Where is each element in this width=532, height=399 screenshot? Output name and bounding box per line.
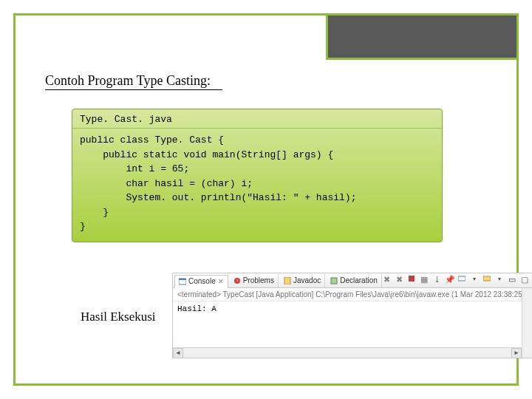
- code-line: }: [80, 221, 86, 232]
- code-line: }: [80, 207, 109, 218]
- scroll-right-icon[interactable]: ►: [511, 348, 522, 358]
- remove-launch-icon[interactable]: ✖: [382, 275, 391, 284]
- scroll-lock-icon[interactable]: ⤓: [432, 275, 441, 284]
- svg-rect-6: [409, 276, 415, 282]
- tab-label: Javadoc: [293, 276, 321, 284]
- code-line: public static void main(String[] args) {: [80, 149, 333, 160]
- minimize-icon[interactable]: ▭: [508, 275, 516, 284]
- code-body: public class Type. Cast { public static …: [72, 129, 442, 242]
- code-block: Type. Cast. java public class Type. Cast…: [72, 109, 443, 242]
- tab-problems[interactable]: ! Problems: [230, 274, 279, 287]
- terminate-icon[interactable]: [407, 275, 416, 284]
- svg-rect-1: [179, 279, 186, 280]
- maximize-icon[interactable]: ▢: [520, 275, 529, 284]
- pin-console-icon[interactable]: 📌: [445, 275, 454, 284]
- declaration-icon: [330, 277, 338, 284]
- scroll-left-icon[interactable]: ◄: [173, 348, 183, 358]
- remove-all-icon[interactable]: ✖: [395, 275, 403, 284]
- code-line: System. out. println("Hasil: " + hasil);: [80, 192, 356, 203]
- clear-console-icon[interactable]: ▦: [420, 275, 429, 284]
- vertical-scrollbar[interactable]: [522, 288, 532, 358]
- tab-javadoc[interactable]: Javadoc: [280, 274, 325, 287]
- tab-label: Declaration: [340, 276, 378, 284]
- slide-title: Contoh Program Type Casting:: [45, 73, 211, 89]
- eclipse-console-panel: Console ✕ ! Problems Javadoc Declaration: [172, 273, 532, 358]
- problems-icon: !: [233, 277, 241, 284]
- open-console-icon[interactable]: [482, 275, 491, 284]
- display-selected-icon[interactable]: [457, 275, 466, 284]
- code-line: int i = 65;: [80, 163, 189, 174]
- console-output: Hasil: A: [173, 301, 532, 343]
- title-underline: [45, 89, 222, 90]
- tab-console[interactable]: Console ✕: [174, 275, 228, 288]
- svg-rect-7: [458, 276, 466, 281]
- code-line: char hasil = (char) i;: [80, 178, 253, 189]
- horizontal-scrollbar[interactable]: ◄ ►: [173, 347, 522, 358]
- code-line: public class Type. Cast {: [80, 134, 224, 146]
- svg-rect-4: [284, 277, 290, 284]
- tab-close-icon[interactable]: ✕: [218, 278, 224, 285]
- tab-label: Console: [188, 277, 216, 285]
- svg-rect-8: [483, 276, 491, 281]
- console-icon: [179, 278, 186, 285]
- code-filename: Type. Cast. java: [72, 109, 442, 129]
- console-toolbar: ✖ ✖ ▦ ⤓ 📌 ▾ ▾ ▭ ▢: [382, 275, 529, 284]
- javadoc-icon: [284, 277, 291, 284]
- tab-declaration[interactable]: Declaration: [327, 274, 382, 287]
- dropdown-icon[interactable]: ▾: [495, 275, 504, 284]
- console-tabbar: Console ✕ ! Problems Javadoc Declaration: [173, 273, 532, 288]
- dropdown-icon[interactable]: ▾: [470, 275, 479, 284]
- tab-label: Problems: [243, 276, 274, 284]
- slide-frame: Contoh Program Type Casting: Type. Cast.…: [13, 13, 519, 386]
- svg-rect-5: [331, 278, 337, 284]
- result-label: Hasil Eksekusi: [81, 310, 156, 324]
- corner-decoration: [326, 16, 516, 60]
- console-status-line: <terminated> TypeCast [Java Application]…: [173, 288, 532, 301]
